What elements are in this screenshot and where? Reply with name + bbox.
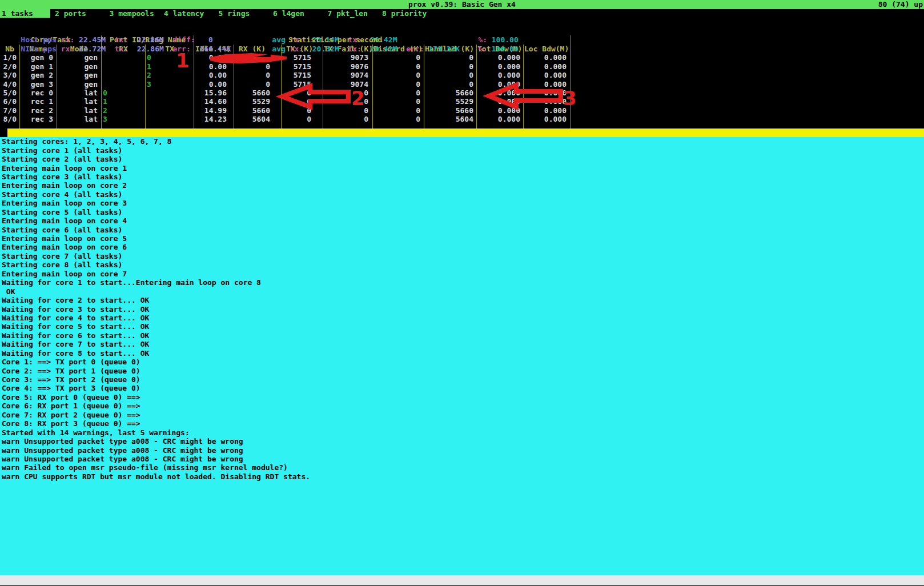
screen-tab[interactable]: 1 tasks: [0, 9, 50, 18]
host-pps-line: Host pps rx: 22.45M tx: 22.86M diff: 0 a…: [0, 18, 924, 26]
log-line: Core 3: ==> TX port 2 (queue 0): [2, 375, 924, 384]
log-line: Waiting for core 1 to start...Entering m…: [2, 278, 924, 287]
screen-tab-bar: 1 tasks 2 ports 3 mempools 4 latency 5 r…: [0, 9, 924, 18]
prox-terminal: prox v0.39: Basic Gen x4 80 (74) up 1 ta…: [0, 0, 924, 586]
log-line: Core 6: RX port 1 (queue 0) ==>: [2, 402, 924, 410]
log-line: Core 4: ==> TX port 3 (queue 0): [2, 384, 924, 392]
core-stats-row: 6/0 rec 1 lat 1 14.60 5529 0 0 0 5529 0.…: [0, 97, 924, 106]
nics-pps-line: NICs pps rx: 22.72M tx: 22.86M err: 266.…: [0, 27, 924, 35]
uptime-indicator: 80 (74) up: [878, 0, 923, 9]
screen-tab[interactable]: 4 latency: [159, 9, 214, 18]
log-line: Core 7: RX port 2 (queue 0) ==>: [2, 411, 924, 419]
log-line: Entering main loop on core 5: [2, 234, 924, 243]
screen-tab[interactable]: 2 ports: [50, 9, 105, 18]
log-line: Waiting for core 3 to start... OK: [2, 305, 924, 314]
log-line: Starting core 2 (all tasks): [2, 155, 924, 163]
log-line: Core 1: ==> TX port 0 (queue 0): [2, 358, 924, 366]
core-stats-row: 1/0 gen 0 gen 0 0.00 0 5715 9073 0 0 0.0…: [0, 53, 924, 62]
log-output: Starting cores: 1, 2, 3, 4, 5, 6, 7, 8St…: [0, 137, 924, 575]
log-line: Entering main loop on core 1: [2, 164, 924, 172]
log-line: Waiting for core 6 to start... OK: [2, 331, 924, 340]
log-line: Waiting for core 8 to start... OK: [2, 349, 924, 358]
log-line: Starting core 1 (all tasks): [2, 146, 924, 155]
log-line: Entering main loop on core 7: [2, 270, 924, 278]
core-stats-row: 2/0 gen 1 gen 1 0.00 0 5715 9076 0 0 0.0…: [0, 62, 924, 71]
log-line: Entering main loop on core 3: [2, 199, 924, 207]
log-line: warn Unsupported packet type a008 - CRC …: [2, 437, 924, 445]
col-header-locbdw: Loc Bdw(M): [524, 45, 571, 53]
screen-tab[interactable]: 3 mempools: [105, 9, 160, 18]
log-line: Starting core 3 (all tasks): [2, 172, 924, 181]
separator-bar: [0, 129, 924, 137]
log-line: Core 5: RX port 0 (queue 0) ==>: [2, 393, 924, 402]
log-line: warn Failed to open msr pseudo-file (mis…: [2, 463, 924, 472]
log-line: Waiting for core 7 to start... OK: [2, 340, 924, 348]
core-stats-row: 5/0 rec 0 lat 0 15.96 5660 0 0 0 5660 0.…: [0, 89, 924, 97]
log-line: Starting core 7 (all tasks): [2, 252, 924, 260]
log-line: Waiting for core 4 to start... OK: [2, 314, 924, 322]
log-line: warn Unsupported packet type a008 - CRC …: [2, 446, 924, 455]
table-bottom-border-stub: [0, 124, 924, 129]
log-line: Starting cores: 1, 2, 3, 4, 5, 6, 7, 8: [2, 137, 924, 146]
log-line: Entering main loop on core 6: [2, 243, 924, 251]
log-line: Starting core 5 (all tasks): [2, 208, 924, 216]
screen-tab[interactable]: 8 priority: [377, 9, 432, 18]
title-bar: prox v0.39: Basic Gen x4 80 (74) up: [0, 0, 924, 9]
group-header-statistics: Statistics per second: [194, 35, 571, 44]
log-line: Entering main loop on core 4: [2, 216, 924, 225]
log-line: OK: [2, 287, 924, 296]
screen-tab[interactable]: 6 l4gen: [268, 9, 323, 18]
log-line: Starting core 4 (all tasks): [2, 190, 924, 199]
log-line: warn CPU supports RDT but msr module not…: [2, 472, 924, 481]
log-line: Core 2: ==> TX port 1 (queue 0): [2, 367, 924, 375]
log-line: Starting core 8 (all tasks): [2, 260, 924, 269]
core-stats-row: 4/0 gen 3 gen 3 0.00 0 5715 9074 0 0 0.0…: [0, 80, 924, 89]
log-line: Waiting for core 2 to start... OK: [2, 296, 924, 304]
log-line: Started with 14 warnings, last 5 warning…: [2, 428, 924, 437]
log-line: Waiting for core 5 to start... OK: [2, 322, 924, 331]
log-line: Core 8: RX port 3 (queue 0) ==>: [2, 419, 924, 428]
command-hint-bar[interactable]: Enter 'help' or command, <ESC> or 'quit'…: [0, 575, 924, 585]
log-line: warn Unsupported packet type a008 - CRC …: [2, 455, 924, 463]
core-stats-row: 3/0 gen 2 gen 2 0.00 0 5715 9074 0 0 0.0…: [0, 71, 924, 79]
log-line: Entering main loop on core 2: [2, 181, 924, 190]
screen-tab[interactable]: 5 rings: [214, 9, 269, 18]
log-line: Starting core 6 (all tasks): [2, 226, 924, 234]
app-title: prox v0.39: Basic Gen x4: [408, 0, 516, 9]
screen-tab[interactable]: 7 pkt_len: [323, 9, 378, 18]
core-stats-row: 7/0 rec 2 lat 2 14.99 5660 0 0 0 5660 0.…: [0, 106, 924, 115]
terminal-cursor[interactable]: [0, 129, 7, 137]
core-stats-row: 8/0 rec 3 lat 3 14.23 5604 0 0 0 5604 0.…: [0, 115, 924, 123]
table-body: 1/0 gen 0 gen 0 0.00 0 5715 9073 0 0 0.0…: [0, 53, 924, 124]
